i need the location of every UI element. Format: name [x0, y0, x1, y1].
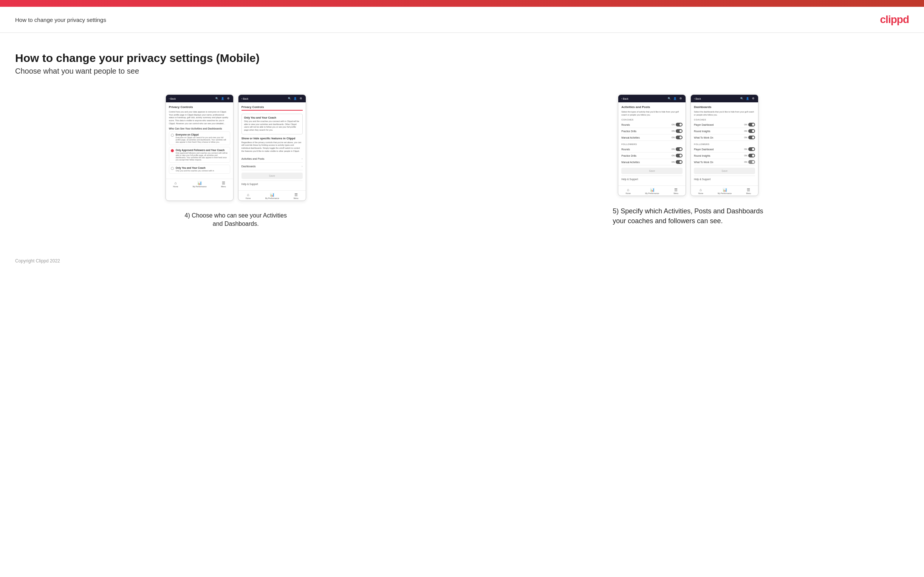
- radio-approved-title: Only Approved Followers and Your Coach: [176, 149, 228, 152]
- footer-home-4[interactable]: ⌂ Home: [698, 188, 703, 195]
- activities-posts-title: Activities and Posts: [621, 105, 683, 109]
- phone-footer-4: ⌂ Home 📊 My Performance ☰ Menu: [691, 185, 758, 196]
- footer-menu-2[interactable]: ☰ Menu: [294, 193, 299, 199]
- toggle-followers-rounds: Rounds ON: [621, 146, 683, 153]
- footer-performance-label-3: My Performance: [645, 192, 659, 195]
- screenshots-row: ‹ Back 🔍 👤 ⚙ Privacy Controls Control ho…: [15, 94, 909, 228]
- dashboards-label: Dashboards: [241, 165, 256, 168]
- coaches-player-dash-on: ON: [744, 124, 747, 126]
- performance-icon-3: 📊: [650, 188, 654, 192]
- coaches-player-dash-label: Player Dashboard: [694, 124, 714, 126]
- footer-home-2[interactable]: ⌂ Home: [246, 193, 250, 199]
- search-icon-3[interactable]: 🔍: [667, 97, 671, 100]
- coaches-manual-toggle[interactable]: [676, 135, 683, 139]
- activities-section-label: Who Can See Your Activities and Dashboar…: [169, 127, 230, 130]
- phone-footer-1: ⌂ Home 📊 My Performance ☰ Menu: [166, 179, 233, 189]
- coaches-rounds-toggle[interactable]: [676, 123, 683, 126]
- coaches-round-insights-label: Round Insights: [694, 130, 710, 132]
- search-icon-2[interactable]: 🔍: [288, 97, 291, 100]
- settings-icon[interactable]: ⚙: [226, 97, 230, 100]
- radio-coach-only[interactable]: Only You and Your Coach Only you and the…: [169, 164, 230, 174]
- followers-practice-toggle[interactable]: [676, 154, 683, 158]
- callout-desc: Only you and the coaches you connect wit…: [244, 120, 300, 132]
- menu-dashboards[interactable]: Dashboards ›: [241, 163, 303, 170]
- back-button-2[interactable]: ‹ Back: [241, 97, 248, 100]
- radio-everyone[interactable]: Everyone on Clippd Everyone on Clippd ca…: [169, 131, 230, 145]
- caption-group-1: 4) Choose who can see your Activities an…: [183, 208, 289, 229]
- footer-menu-label: Menu: [221, 185, 226, 188]
- callout-title: Only You and Your Coach: [244, 116, 300, 119]
- followers-rounds-toggle[interactable]: [676, 147, 683, 151]
- show-hide-desc: Regardless of the privacy controls that …: [241, 141, 303, 153]
- menu-icon-3: ☰: [674, 188, 678, 192]
- settings-icon-2[interactable]: ⚙: [299, 97, 303, 100]
- show-hide-title: Show or hide specific features in Clippd: [241, 137, 303, 140]
- coaches-practice-on: ON: [672, 130, 675, 132]
- coaches-round-insights-on: ON: [744, 130, 747, 132]
- footer-performance-2[interactable]: 📊 My Performance: [265, 193, 279, 199]
- activities-posts-desc: Select the types of activity that you'd …: [621, 111, 683, 116]
- coaches-what-to-work-toggle[interactable]: [748, 135, 755, 139]
- privacy-controls-title: Privacy Controls: [169, 105, 230, 109]
- profile-icon[interactable]: 👤: [221, 97, 225, 100]
- coaches-player-dash-toggle[interactable]: [748, 123, 755, 126]
- profile-icon-3[interactable]: 👤: [673, 97, 677, 100]
- save-button-3[interactable]: Save: [621, 168, 683, 174]
- coaches-practice-toggle[interactable]: [676, 129, 683, 133]
- coaches-rounds-label: Rounds: [621, 124, 630, 126]
- back-button-4[interactable]: ‹ Back: [694, 97, 701, 100]
- caption-2: 5) Specify which Activities, Posts and D…: [612, 206, 764, 226]
- phone-nav-bar-1: ‹ Back 🔍 👤 ⚙: [166, 95, 233, 102]
- profile-icon-4[interactable]: 👤: [746, 97, 750, 100]
- followers-what-to-work-on: ON: [744, 161, 747, 163]
- phone-screen-3: ‹ Back 🔍 👤 ⚙ Activities and Posts Select…: [618, 94, 686, 196]
- coaches-what-to-work-on: ON: [744, 136, 747, 139]
- footer-menu-3[interactable]: ☰ Menu: [674, 188, 678, 195]
- followers-label-3: FOLLOWERS: [621, 143, 683, 145]
- footer-performance-4[interactable]: 📊 My Performance: [718, 188, 732, 195]
- footer-menu-1[interactable]: ☰ Menu: [221, 181, 226, 188]
- back-button-3[interactable]: ‹ Back: [621, 97, 628, 100]
- coaches-manual-on: ON: [672, 136, 675, 139]
- phone-content-2: Privacy Controls Only You and Your Coach…: [239, 102, 306, 190]
- help-support-3: Help & Support: [621, 176, 683, 182]
- footer-home-3[interactable]: ⌂ Home: [625, 188, 630, 195]
- profile-icon-2[interactable]: 👤: [293, 97, 297, 100]
- coaches-practice-label: Practice Drills: [621, 130, 636, 132]
- settings-icon-3[interactable]: ⚙: [679, 97, 683, 100]
- toggle-coaches-practice: Practice Drills ON: [621, 128, 683, 134]
- footer-home-1[interactable]: ⌂ Home: [173, 181, 178, 188]
- main-content: How to change your privacy settings (Mob…: [0, 33, 924, 251]
- save-button-4[interactable]: Save: [694, 168, 755, 174]
- search-icon[interactable]: 🔍: [215, 97, 219, 100]
- nav-icons-1: 🔍 👤 ⚙: [215, 97, 230, 100]
- search-icon-4[interactable]: 🔍: [740, 97, 744, 100]
- toggle-followers-what-to-work: What To Work On ON: [694, 159, 755, 165]
- followers-player-dash-toggle[interactable]: [748, 147, 755, 151]
- phone-screen-2: ‹ Back 🔍 👤 ⚙ Privacy Controls Only You a…: [238, 94, 306, 201]
- menu-icon-4: ☰: [747, 188, 750, 192]
- phone-content-1: Privacy Controls Control how you and you…: [166, 102, 233, 179]
- followers-round-insights-toggle[interactable]: [748, 154, 755, 158]
- home-icon-2: ⌂: [247, 193, 249, 197]
- followers-practice-on: ON: [672, 155, 675, 157]
- radio-everyone-circle: [171, 134, 174, 137]
- coaches-round-insights-toggle[interactable]: [748, 129, 755, 133]
- followers-what-to-work-toggle[interactable]: [748, 160, 755, 164]
- coaches-what-to-work-label: What To Work On: [694, 136, 713, 139]
- footer-menu-4[interactable]: ☰ Menu: [746, 188, 751, 195]
- footer-performance-1[interactable]: 📊 My Performance: [193, 181, 207, 188]
- followers-manual-toggle[interactable]: [676, 160, 683, 164]
- footer-copyright: Copyright Clippd 2022: [0, 251, 924, 271]
- menu-activities[interactable]: Activities and Posts ›: [241, 155, 303, 163]
- privacy-controls-tab: Privacy Controls: [241, 105, 303, 111]
- page-subheading: Choose what you want people to see: [15, 67, 909, 76]
- home-icon-4: ⌂: [699, 188, 702, 192]
- footer-performance-3[interactable]: 📊 My Performance: [645, 188, 659, 195]
- back-button-1[interactable]: ‹ Back: [169, 97, 176, 100]
- performance-icon-4: 📊: [722, 188, 727, 192]
- settings-icon-4[interactable]: ⚙: [751, 97, 755, 100]
- toggle-coaches-player-dash: Player Dashboard ON: [694, 122, 755, 128]
- save-button-2[interactable]: Save: [241, 172, 303, 179]
- radio-approved[interactable]: Only Approved Followers and Your Coach O…: [169, 147, 230, 163]
